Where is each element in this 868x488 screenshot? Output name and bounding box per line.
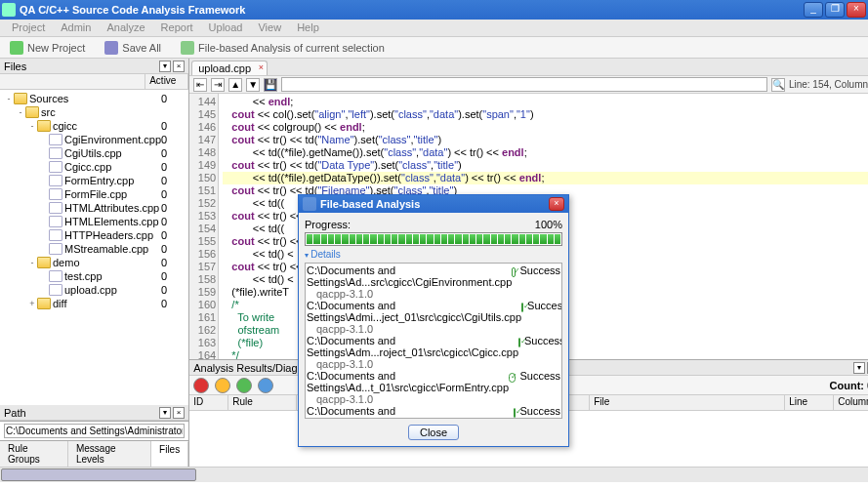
tree-item[interactable]: FormFile.cpp0	[2, 187, 186, 201]
tree-item[interactable]: MStreamable.cpp0	[2, 242, 186, 256]
menu-admin[interactable]: Admin	[53, 20, 99, 36]
tree-item[interactable]: CgiUtils.cpp0	[2, 146, 186, 160]
diag-error-filter[interactable]	[193, 378, 209, 393]
tree-item[interactable]: HTMLElements.cpp0	[2, 215, 186, 228]
tree-item[interactable]: test.cpp0	[2, 269, 186, 283]
analysis-file-item: C:\Documents and Settings\Adm...roject_0…	[307, 335, 560, 370]
save-all-button[interactable]: Save All	[99, 39, 167, 57]
files-tree-header: Active	[0, 74, 188, 90]
scroll-thumb[interactable]	[1, 468, 196, 481]
editor-search-input[interactable]	[281, 77, 767, 92]
window-titlebar: QA C/C++ Source Code Analysis Framework …	[0, 0, 868, 20]
app-icon	[2, 3, 16, 17]
tree-item[interactable]: -demo0	[2, 256, 186, 269]
close-window-button[interactable]: ×	[847, 2, 866, 18]
nav-fwd-button[interactable]: ⇥	[211, 78, 225, 92]
panel-menu-icon[interactable]: ▾	[853, 362, 865, 374]
editor-tab[interactable]: upload.cpp×	[191, 61, 268, 75]
disk-icon	[104, 41, 118, 55]
line-gutter: 1441451461471481491501511521531541551561…	[189, 94, 219, 359]
progress-percent: 100%	[535, 219, 562, 230]
diag-count: Count: 0	[824, 379, 868, 392]
menu-project[interactable]: Project	[4, 20, 53, 36]
dialog-titlebar[interactable]: File-based Analysis ×	[299, 195, 568, 213]
main-toolbar: New Project Save All File-based Analysis…	[0, 37, 868, 59]
tree-item[interactable]: CgiEnvironment.cpp0	[2, 133, 186, 146]
analysis-file-item: C:\Documents and Settings\Ad...t_01\src\…	[307, 370, 560, 405]
nav-back-button[interactable]: ⇤	[193, 78, 207, 92]
dialog-icon	[303, 197, 316, 211]
menu-analyze[interactable]: Analyze	[99, 20, 152, 36]
tree-item[interactable]: FormEntry.cpp0	[2, 174, 186, 187]
new-project-button[interactable]: New Project	[4, 39, 91, 57]
dialog-close-button[interactable]: Close	[408, 425, 459, 440]
analysis-dialog: File-based Analysis × Progress:100% Deta…	[298, 194, 569, 447]
panel-close-icon[interactable]: ×	[173, 407, 185, 419]
nav-down-button[interactable]: ▼	[246, 78, 260, 92]
tree-item[interactable]: Cgicc.cpp0	[2, 160, 186, 174]
tab-close-icon[interactable]: ×	[259, 62, 264, 72]
left-tab[interactable]: Files	[151, 441, 188, 467]
search-icon[interactable]: 🔍	[771, 78, 785, 92]
tree-item[interactable]: upload.cpp0	[2, 283, 186, 297]
tree-item[interactable]: HTTPHeaders.cpp0	[2, 228, 186, 242]
menu-upload[interactable]: Upload	[201, 20, 251, 36]
panel-menu-icon[interactable]: ▾	[159, 407, 171, 419]
tree-item[interactable]: -cgicc0	[2, 119, 186, 133]
tree-item[interactable]: -Sources0	[2, 92, 186, 105]
tree-item[interactable]: -src	[2, 105, 186, 119]
horizontal-scrollbar[interactable]	[0, 467, 868, 482]
files-panel-header: Files ▾×	[0, 59, 188, 74]
diag-info-filter[interactable]	[236, 378, 252, 393]
diag-note-filter[interactable]	[258, 378, 273, 393]
cursor-status: Line: 154, Column: 7	[789, 79, 868, 90]
window-title: QA C/C++ Source Code Analysis Framework	[20, 4, 802, 16]
progress-bar	[305, 232, 562, 246]
nav-up-button[interactable]: ▲	[228, 78, 242, 92]
analysis-file-item: C:\Documents and Settings\Ad...src\cgicc…	[307, 264, 560, 300]
details-toggle[interactable]: Details	[305, 249, 562, 260]
minimize-button[interactable]: _	[804, 2, 823, 18]
editor-toolbar: ⇤ ⇥ ▲ ▼ 💾 🔍 Line: 154, Column: 7	[189, 76, 868, 94]
maximize-button[interactable]: ❐	[825, 2, 845, 18]
tree-item[interactable]: HTMLAttributes.cpp0	[2, 201, 186, 215]
panel-menu-icon[interactable]: ▾	[159, 61, 171, 72]
editor-tabstrip: upload.cpp×	[189, 59, 868, 76]
path-input[interactable]	[4, 424, 185, 438]
tree-item[interactable]: +diff0	[2, 297, 186, 310]
analysis-file-item: C:\Documents and Settings\Ad...ect_01\sr…	[307, 405, 560, 419]
plus-icon	[10, 41, 23, 55]
left-tab[interactable]: Message Levels	[68, 441, 151, 467]
menu-view[interactable]: View	[250, 20, 289, 36]
left-bottom-tabs: Rule GroupsMessage LevelsFiles	[0, 440, 188, 467]
analysis-file-item: C:\Documents and Settings\Admi...ject_01…	[307, 300, 560, 335]
check-icon	[181, 41, 194, 55]
progress-label: Progress:	[305, 219, 351, 230]
menu-bar: ProjectAdminAnalyzeReportUploadViewHelp	[0, 20, 868, 37]
files-tree[interactable]: -Sources0-src-cgicc0CgiEnvironment.cpp0C…	[0, 90, 188, 405]
dialog-title: File-based Analysis	[320, 198, 549, 210]
menu-help[interactable]: Help	[289, 20, 327, 36]
left-tab[interactable]: Rule Groups	[0, 441, 68, 467]
dialog-close-icon[interactable]: ×	[549, 197, 564, 211]
menu-report[interactable]: Report	[153, 20, 201, 36]
panel-close-icon[interactable]: ×	[173, 61, 185, 72]
save-icon[interactable]: 💾	[264, 78, 277, 92]
file-analysis-button[interactable]: File-based Analysis of current selection	[175, 39, 391, 57]
path-panel-header: Path ▾×	[0, 405, 188, 421]
analysis-file-list[interactable]: C:\Documents and Settings\Ad...src\cgicc…	[305, 263, 562, 419]
diag-warn-filter[interactable]	[215, 378, 230, 393]
